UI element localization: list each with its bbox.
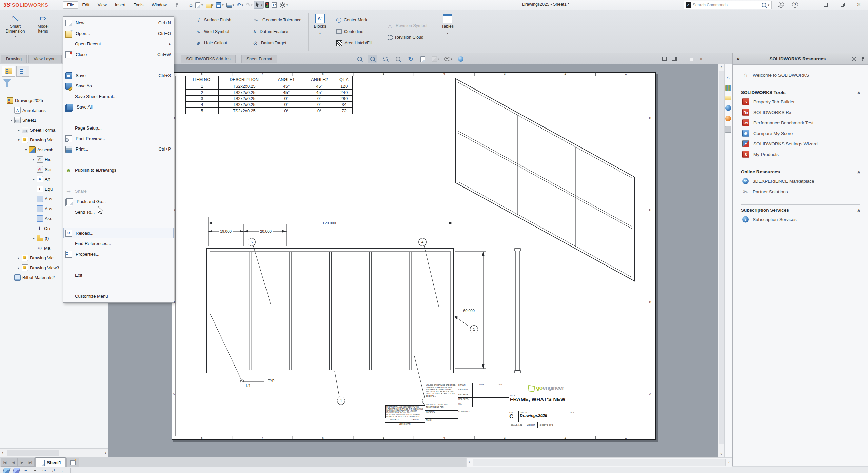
file-menu-item[interactable] — [63, 280, 174, 291]
scroll-right-arrow[interactable]: › — [103, 449, 108, 457]
minimize-button[interactable]: – — [809, 1, 816, 8]
last-sheet-button[interactable]: ▶| — [26, 458, 35, 467]
view-orientation-button[interactable] — [394, 55, 402, 63]
task-pane-options-button[interactable] — [851, 56, 857, 62]
task-pane-link[interactable]: RxSOLIDWORKS Rx — [742, 109, 791, 116]
ribbon-command[interactable]: Surface Finish — [195, 15, 231, 25]
bom-row[interactable]: 1TS2x2x0.2545°45°120 — [186, 83, 353, 90]
tab-drawing[interactable]: Drawing — [1, 55, 27, 63]
sheet1-tab[interactable]: Sheet1 — [35, 457, 66, 468]
file-menu-item[interactable] — [63, 60, 174, 70]
file-menu-item[interactable]: Properties... — [63, 249, 174, 259]
color-display-mode-icon[interactable]: ⇄ — [51, 468, 56, 473]
ribbon-command[interactable]: Datum Target — [252, 38, 301, 48]
file-menu-item[interactable]: Pack and Go... — [63, 196, 174, 207]
file-menu-item[interactable] — [63, 175, 174, 186]
tables-button[interactable]: Tables ▾ — [438, 14, 457, 35]
filter-funnel-icon[interactable] — [3, 79, 11, 84]
file-menu-item[interactable]: Page Setup... — [63, 123, 174, 133]
select-tool-button[interactable]: ▾ — [254, 1, 264, 9]
dock-right-icon[interactable] — [672, 57, 677, 61]
maximize-button[interactable] — [822, 1, 829, 8]
file-menu-item[interactable]: Close Ctrl+W — [63, 49, 174, 60]
redo-button[interactable]: ↷▾ — [245, 2, 253, 8]
bom-row[interactable]: 5TS2x2x0.250°0°72 — [186, 108, 353, 114]
file-menu-item[interactable]: Save Ctrl+S — [63, 70, 174, 81]
resources-tab-icon[interactable]: ⌂ — [725, 75, 731, 80]
ribbon-big-button[interactable]: ⤇ ModelItems — [31, 13, 56, 34]
ribbon-command[interactable]: Geometric Tolerance — [252, 15, 301, 25]
file-menu-item[interactable]: Save Sheet Format... — [63, 91, 174, 102]
layer-properties-icon[interactable] — [3, 468, 10, 473]
weld-size-note[interactable]: 1/4 — [245, 384, 250, 388]
balloon-1-right[interactable]: 1 — [470, 325, 478, 333]
dim-height[interactable]: 60.000 — [462, 309, 476, 313]
restore-button[interactable] — [839, 1, 846, 8]
file-menu-item[interactable] — [63, 259, 174, 270]
ribbon-command[interactable]: Weld Symbol — [195, 26, 231, 37]
3d-drawing-view-button[interactable] — [419, 55, 428, 63]
ribbon-command[interactable]: Area Hatch/Fill — [336, 38, 372, 48]
bom-row[interactable]: 2TS2x2x0.2545°45°240 — [186, 90, 353, 96]
new-document-button[interactable]: ▾ — [194, 2, 204, 8]
open-button[interactable]: ▾ — [205, 2, 215, 8]
scroll-down-arrow[interactable]: ∨ — [718, 451, 724, 457]
menu-item[interactable]: Tools — [130, 1, 147, 9]
file-menu-item[interactable]: Send To... — [63, 207, 174, 217]
task-pane-link[interactable]: 3D3DEXPERIENCE Marketplace — [742, 178, 814, 184]
close-button[interactable]: × — [855, 1, 863, 8]
feature-tree-tab[interactable] — [2, 66, 15, 77]
tree-expander[interactable]: ▾ — [24, 148, 28, 152]
bom-row[interactable]: 4TS2x2x0.250°0°34 — [186, 102, 353, 108]
file-menu-item[interactable]: Save As... — [63, 81, 174, 91]
file-menu-item[interactable]: Open... Ctrl+O — [63, 28, 174, 39]
dock-left-icon[interactable] — [662, 57, 667, 61]
blocks-button[interactable]: A° Blocks ▾ — [311, 14, 330, 35]
menu-item[interactable]: Edit — [78, 1, 94, 9]
file-menu-item[interactable] — [63, 217, 174, 228]
scroll-left-arrow[interactable]: ‹ — [467, 458, 472, 466]
tree-expander[interactable]: ▾ — [9, 118, 14, 122]
tab-sheet-format[interactable]: Sheet Format — [241, 55, 277, 63]
undo-button[interactable]: ↶▾ — [236, 2, 244, 8]
section-subscription-services[interactable]: Subscription Services∧ — [741, 208, 860, 213]
task-pane-link[interactable]: SMy Products — [742, 151, 779, 158]
zoom-to-fit-button[interactable] — [355, 55, 364, 63]
chevron-up-icon[interactable]: ∧ — [857, 208, 860, 212]
file-menu-item[interactable]: Find References... — [63, 238, 174, 249]
tab-solidworks-add-ins[interactable]: SOLIDWORKS Add-Ins — [181, 55, 236, 63]
custom-properties-tab-icon[interactable] — [725, 126, 731, 133]
help-button[interactable]: ? — [791, 1, 799, 8]
balloon-1-bottom[interactable]: 1 — [337, 397, 345, 405]
appearances-tab-icon[interactable] — [725, 116, 731, 121]
bom-table[interactable]: ITEM NO.DESCRIPTIONANGLE1ANGLE2QTY. 1TS2… — [185, 76, 353, 114]
scroll-up-arrow[interactable]: ∧ — [718, 64, 724, 70]
home-button[interactable]: ⌂ — [188, 2, 194, 8]
tree-scrollbar-thumb[interactable] — [7, 450, 59, 456]
ribbon-command[interactable]: Datum Feature — [252, 26, 301, 37]
add-sheet-tab[interactable] — [66, 458, 79, 468]
tree-expander[interactable]: ▸ — [16, 256, 21, 260]
print-button[interactable]: ▾ — [225, 2, 235, 8]
balloon-4[interactable]: 4 — [418, 238, 427, 246]
design-library-tab-icon[interactable] — [725, 85, 731, 91]
tree-expander[interactable]: ▾ — [16, 138, 21, 142]
apply-scene-button[interactable] — [456, 55, 465, 63]
graphics-area[interactable]: 87654321 87654321 DCBA DCBA ITEM NO.DESC… — [108, 64, 732, 457]
search-icon[interactable] — [762, 3, 766, 7]
file-menu-item[interactable] — [63, 112, 174, 123]
menu-item[interactable]: View — [94, 1, 111, 9]
file-menu-item[interactable]: Print Preview... — [63, 133, 174, 144]
dim-left[interactable]: 19.000 — [219, 229, 233, 233]
task-pane-link[interactable]: ✂Partner Solutions — [742, 189, 788, 195]
file-menu-item[interactable]: Reload... — [63, 228, 174, 238]
menu-item[interactable]: File — [63, 1, 78, 9]
tree-expander[interactable]: ▸ — [16, 266, 21, 270]
next-sheet-button[interactable]: ▶ — [18, 458, 26, 467]
viewport-scrollbar-thumb[interactable] — [473, 459, 726, 466]
task-pane-link[interactable]: RxPerformance Benchmark Test — [742, 119, 814, 126]
ribbon-command[interactable]: Revision Cloud — [387, 32, 427, 42]
doc-restore-icon[interactable] — [690, 57, 694, 61]
file-menu-item[interactable] — [63, 154, 174, 165]
ribbon-command[interactable]: Hole Callout — [195, 38, 231, 48]
